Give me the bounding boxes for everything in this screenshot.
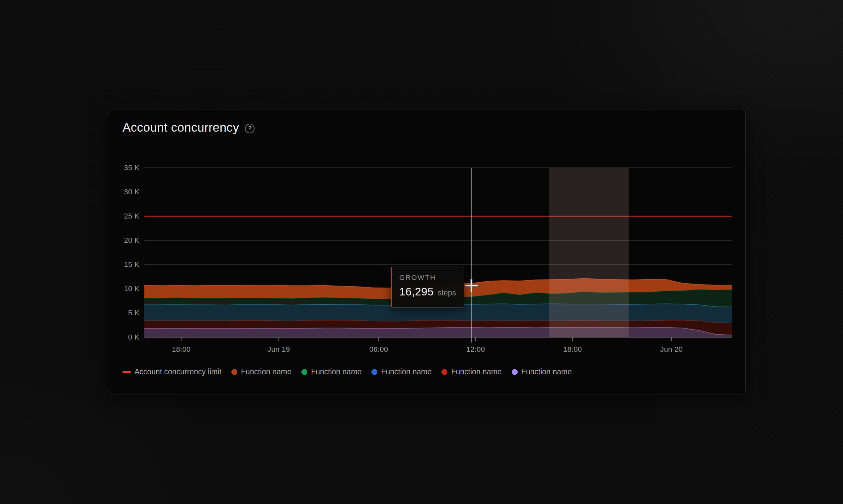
legend-label: Account concurrency limit [134,367,221,376]
x-axis-tick-label: 06:00 [356,344,402,355]
legend-label: Function name [381,367,431,376]
legend-dot-icon [231,369,237,375]
legend-item-function-5[interactable]: Function name [512,367,572,376]
legend-label: Function name [521,367,572,376]
legend-label: Function name [311,367,361,376]
y-axis-tick-label: 20 K [113,235,139,245]
tooltip-value: 16,295 [399,286,434,298]
legend-item-function-3[interactable]: Function name [372,367,431,376]
y-axis-tick-label: 15 K [113,259,139,270]
tooltip-unit: steps [438,288,456,298]
y-axis-tick-label: 30 K [113,187,139,197]
area-series-0 [144,328,732,337]
chart-plot-area[interactable] [144,168,732,337]
tooltip-series-name: GROWTH [399,273,461,282]
x-axis-tick-label: Jun 20 [648,344,695,355]
chart-legend: Account concurrency limitFunction nameFu… [122,367,572,376]
legend-item-function-2[interactable]: Function name [302,367,361,376]
card-header: Account concurrency ? [122,121,255,134]
x-axis-tick-label: 18:00 [549,344,596,355]
card-title: Account concurrency [122,121,239,134]
x-axis-tick-label: Jun 19 [256,344,302,355]
legend-dot-icon [372,369,377,375]
legend-item-function-1[interactable]: Function name [231,367,291,376]
legend-dash-icon [122,371,131,373]
legend-item-limit[interactable]: Account concurrency limit [122,367,221,376]
y-axis-tick-label: 10 K [113,284,139,294]
legend-label: Function name [241,367,291,376]
legend-item-function-4[interactable]: Function name [442,367,501,376]
legend-dot-icon [442,369,447,375]
help-icon[interactable]: ? [245,124,255,133]
account-concurrency-card: Account concurrency ? GROWTH 16,295 step… [108,109,746,395]
y-axis-tick-label: 0 K [113,332,139,342]
y-axis-tick-label: 35 K [113,163,139,173]
chart-svg [144,168,732,350]
tooltip-value-row: 16,295 steps [399,286,461,298]
y-axis-tick-label: 5 K [113,308,139,318]
y-axis-tick-label: 25 K [113,211,139,221]
x-axis-tick-label: 18:00 [158,344,204,355]
legend-dot-icon [302,369,307,375]
legend-dot-icon [512,369,518,375]
chart-tooltip: GROWTH 16,295 steps [391,267,464,308]
highlight-selection-region [549,168,629,337]
legend-label: Function name [451,367,501,376]
x-axis-tick-label: 12:00 [452,344,499,355]
